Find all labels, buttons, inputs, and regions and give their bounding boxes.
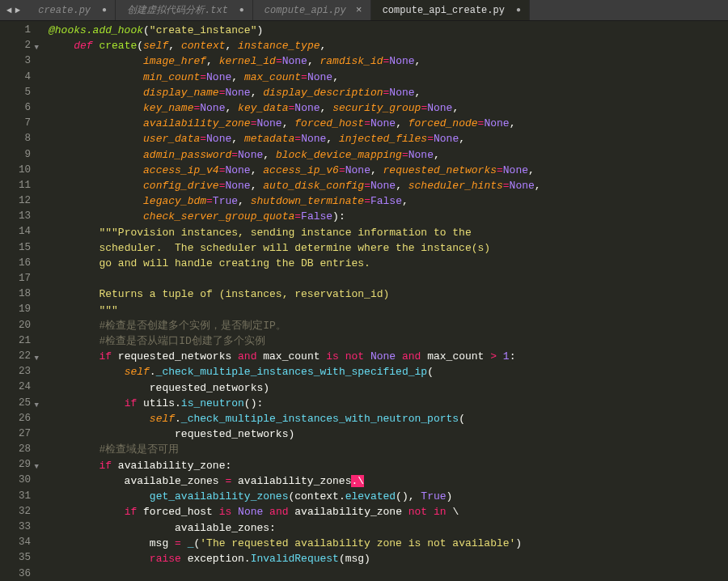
code-line[interactable]: availability_zone=None, forced_host=None… bbox=[49, 116, 541, 131]
line-number[interactable]: 23 bbox=[0, 364, 31, 380]
token-var bbox=[49, 55, 143, 67]
line-number[interactable]: 20 bbox=[0, 318, 31, 333]
line-number[interactable]: 7 bbox=[0, 116, 31, 131]
token-var bbox=[49, 553, 150, 565]
line-number[interactable]: 14 bbox=[0, 224, 31, 240]
nav-back-icon[interactable]: ◄ bbox=[6, 6, 12, 15]
code-line[interactable]: key_name=None, key_data=None, security_g… bbox=[49, 100, 541, 116]
code-line[interactable] bbox=[49, 271, 541, 286]
token-var bbox=[263, 506, 269, 518]
code-line[interactable]: admin_password=None, block_device_mappin… bbox=[49, 147, 541, 163]
line-number[interactable]: 12 bbox=[0, 193, 31, 209]
code-line[interactable]: min_count=None, max_count=None, bbox=[49, 70, 541, 85]
code-line[interactable]: available_zones: bbox=[49, 520, 541, 536]
line-number[interactable]: 28 bbox=[0, 442, 31, 457]
code-line[interactable]: #检查域是否可用 bbox=[49, 442, 541, 457]
code-line[interactable] bbox=[49, 566, 541, 581]
line-number[interactable]: 16 bbox=[0, 256, 31, 271]
tab[interactable]: compute_api.py× bbox=[253, 0, 371, 20]
line-number[interactable]: 22▼ bbox=[0, 349, 31, 364]
token-dec: @hooks.add_hook bbox=[49, 24, 143, 36]
line-number[interactable]: 25▼ bbox=[0, 396, 31, 411]
line-number[interactable]: 24 bbox=[0, 380, 31, 395]
line-number[interactable]: 21 bbox=[0, 333, 31, 349]
code-line[interactable]: config_drive=None, auto_disk_config=None… bbox=[49, 178, 541, 193]
line-number[interactable]: 26 bbox=[0, 411, 31, 426]
fold-icon[interactable]: ▼ bbox=[35, 460, 39, 475]
token-op: = bbox=[364, 195, 370, 207]
fold-icon[interactable]: ▼ bbox=[35, 40, 39, 56]
line-number[interactable]: 1 bbox=[0, 23, 31, 38]
token-const: None bbox=[238, 506, 263, 518]
close-icon[interactable]: × bbox=[356, 4, 362, 16]
token-var: , bbox=[510, 117, 516, 129]
line-number[interactable]: 9 bbox=[0, 147, 31, 163]
line-number[interactable]: 30 bbox=[0, 473, 31, 488]
line-number[interactable]: 13 bbox=[0, 209, 31, 224]
code-line[interactable]: get_availability_zones(context.elevated(… bbox=[49, 489, 541, 504]
line-number[interactable]: 29▼ bbox=[0, 457, 31, 473]
code-line[interactable]: if utils.is_neutron(): bbox=[49, 396, 541, 411]
tab[interactable]: 创建虚拟代码分析.txt● bbox=[116, 0, 253, 20]
code-line[interactable]: self._check_multiple_instances_with_spec… bbox=[49, 364, 541, 380]
line-number[interactable]: 2▼ bbox=[0, 38, 31, 53]
token-var: exception. bbox=[181, 553, 251, 565]
code-line[interactable]: legacy_bdm=True, shutdown_terminate=Fals… bbox=[49, 193, 541, 209]
code-line[interactable]: requested_networks) bbox=[49, 426, 541, 442]
token-var bbox=[49, 71, 143, 83]
fold-icon[interactable]: ▼ bbox=[35, 351, 39, 367]
line-number[interactable]: 31 bbox=[0, 489, 31, 504]
token-kw: in bbox=[434, 506, 447, 518]
line-number[interactable]: 19 bbox=[0, 302, 31, 317]
line-number[interactable]: 36 bbox=[0, 566, 31, 581]
code-area[interactable]: @hooks.add_hook("create_instance") def c… bbox=[37, 21, 541, 581]
code-line[interactable]: if requested_networks and max_count is n… bbox=[49, 349, 541, 364]
token-param: key_data bbox=[238, 102, 288, 114]
token-var: , bbox=[231, 71, 244, 83]
code-line[interactable]: def create(self, context, instance_type, bbox=[49, 38, 541, 53]
line-number[interactable]: 8 bbox=[0, 131, 31, 146]
line-number[interactable]: 11 bbox=[0, 178, 31, 193]
code-line[interactable]: raise exception.InvalidRequest(msg) bbox=[49, 551, 541, 566]
code-line[interactable]: """Provision instances, sending instance… bbox=[49, 225, 541, 240]
code-line[interactable]: """ bbox=[49, 303, 541, 318]
line-number[interactable]: 15 bbox=[0, 240, 31, 256]
code-line[interactable]: access_ip_v4=None, access_ip_v6=None, re… bbox=[49, 163, 541, 178]
line-number[interactable]: 18 bbox=[0, 286, 31, 302]
token-var: , bbox=[238, 195, 251, 207]
line-number[interactable]: 17 bbox=[0, 271, 31, 286]
line-number[interactable]: 10 bbox=[0, 163, 31, 178]
code-line[interactable]: @hooks.add_hook("create_instance") bbox=[49, 23, 541, 38]
code-line[interactable]: #检查是否从端口ID创建了多个实例 bbox=[49, 333, 541, 349]
line-number[interactable]: 35 bbox=[0, 550, 31, 566]
line-number[interactable]: 3 bbox=[0, 53, 31, 69]
code-line[interactable]: if forced_host is None and availability_… bbox=[49, 504, 541, 520]
code-line[interactable]: if availability_zone: bbox=[49, 458, 541, 473]
code-line[interactable]: Returns a tuple of (instances, reservati… bbox=[49, 286, 541, 302]
tab[interactable]: create.py● bbox=[27, 0, 116, 20]
code-line[interactable]: user_data=None, metadata=None, injected_… bbox=[49, 131, 541, 146]
fold-icon[interactable]: ▼ bbox=[35, 398, 39, 413]
code-line[interactable]: go and will handle creating the DB entri… bbox=[49, 256, 541, 271]
token-op: = bbox=[200, 71, 206, 83]
line-number[interactable]: 33 bbox=[0, 520, 31, 535]
code-line[interactable]: display_name=None, display_description=N… bbox=[49, 85, 541, 100]
code-line[interactable]: #检查是否创建多个实例，是否制定IP。 bbox=[49, 318, 541, 333]
code-line[interactable]: check_server_group_quota=False): bbox=[49, 209, 541, 224]
code-line[interactable]: scheduler. The scheduler will determine … bbox=[49, 240, 541, 256]
line-number[interactable]: 5 bbox=[0, 85, 31, 100]
line-number[interactable]: 27 bbox=[0, 426, 31, 442]
line-number[interactable]: 4 bbox=[0, 70, 31, 85]
token-kwit: def bbox=[74, 40, 92, 52]
line-number[interactable]: 6 bbox=[0, 100, 31, 116]
code-line[interactable]: requested_networks) bbox=[49, 380, 541, 396]
token-const: None bbox=[307, 71, 332, 83]
code-line[interactable]: image_href, kernel_id=None, ramdisk_id=N… bbox=[49, 53, 541, 69]
code-line[interactable]: available_zones = availability_zones.\ bbox=[49, 473, 541, 489]
line-number[interactable]: 34 bbox=[0, 535, 31, 550]
code-line[interactable]: msg = _('The requested availability zone… bbox=[49, 536, 541, 551]
tab[interactable]: compute_api_create.py● bbox=[371, 0, 530, 20]
nav-forward-icon[interactable]: ► bbox=[15, 6, 21, 15]
line-number[interactable]: 32 bbox=[0, 504, 31, 520]
code-line[interactable]: self._check_multiple_instances_with_neut… bbox=[49, 411, 541, 426]
